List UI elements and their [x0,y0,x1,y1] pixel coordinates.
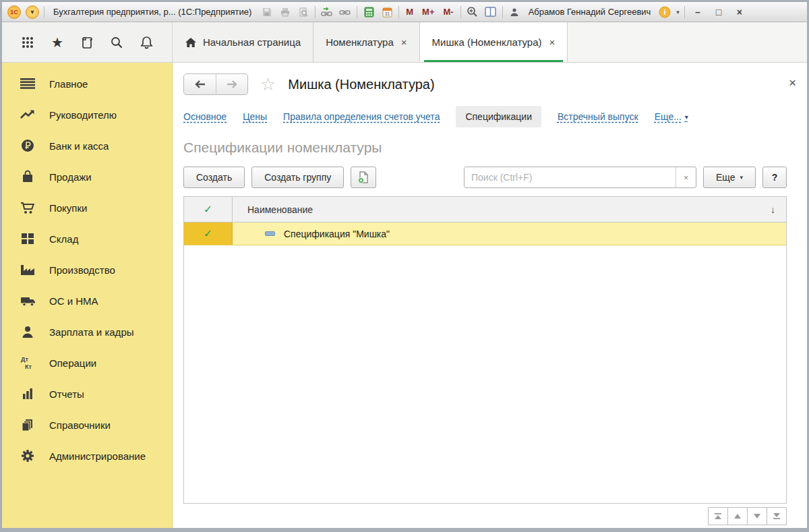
form-nav-links: Основное Цены Правила определения счетов… [173,98,807,134]
svg-text:Дт: Дт [21,356,28,363]
menu-icon [20,78,36,90]
split-window-icon[interactable] [484,5,498,19]
tab-close-icon[interactable]: × [549,36,556,48]
go-down-button[interactable] [747,507,767,525]
check-icon: ✓ [204,203,212,216]
forward-button[interactable] [216,74,247,94]
sidebar-item-purchases[interactable]: Покупки [2,192,172,223]
sidebar-item-directories[interactable]: Справочники [2,409,172,440]
notifications-bell-icon[interactable] [137,33,156,52]
main-menu-button[interactable]: ▼ [26,5,39,19]
go-last-button[interactable] [767,507,787,525]
go-link-icon[interactable] [338,5,352,19]
sort-descending-icon[interactable]: ↓ [771,204,775,215]
sidebar-item-manager[interactable]: Руководителю [2,99,172,130]
search-clear-icon[interactable]: × [676,167,696,187]
nav-link-more[interactable]: Еще... ▾ [655,111,688,122]
sidebar-item-label: Продажи [49,171,92,183]
nav-link-counter-output[interactable]: Встречный выпуск [558,111,638,122]
sidebar-item-production[interactable]: Производство [2,254,172,285]
zoom-icon[interactable] [466,5,479,19]
sidebar-item-label: ОС и НМА [49,295,98,307]
table-empty-area [184,245,786,503]
sidebar-item-sales[interactable]: Продажи [2,161,172,192]
chart-icon [20,388,36,400]
more-button-label: Еще [716,172,736,183]
search-input[interactable] [465,167,676,187]
favorites-star-icon[interactable]: ★ [48,33,67,52]
favorite-star-icon[interactable]: ☆ [260,76,276,93]
create-group-button[interactable]: Создать группу [251,167,344,188]
tab-home[interactable]: Начальная страница [173,22,313,62]
header-check-column[interactable]: ✓ [184,197,233,222]
nav-link-prices[interactable]: Цены [243,111,267,122]
tab-mishka-nomenclature[interactable]: Мишка (Номенклатура) × [420,22,568,62]
print-icon[interactable] [278,5,292,19]
nav-link-main[interactable]: Основное [183,111,227,122]
calendar-day: 31 [384,11,390,16]
function-panel: ★ [2,22,173,62]
current-user-name[interactable]: Абрамов Геннадий Сергеевич [529,7,651,17]
history-icon[interactable] [78,33,96,52]
close-window-button[interactable]: × [731,7,748,18]
divider [398,6,399,18]
calculator-icon[interactable] [362,5,376,19]
form-panel: × ☆ Мишка (Номенклатура) Основное Цены П… [173,63,807,528]
memory-subtract-button[interactable]: M- [442,7,456,17]
get-link-icon[interactable] [320,5,334,19]
back-button[interactable] [184,74,216,94]
sidebar-item-administration[interactable]: Администрирование [2,440,172,471]
preview-icon[interactable] [297,5,310,19]
help-button[interactable]: ? [762,167,787,188]
divider [44,6,44,18]
memory-add-button[interactable]: M+ [420,7,436,17]
sidebar-item-label: Покупки [49,202,87,214]
chevron-down-icon[interactable]: ▾ [676,9,680,16]
person-icon [20,326,36,338]
sidebar-item-fixed-assets[interactable]: ОС и НМА [2,285,172,316]
sidebar-item-salary-hr[interactable]: Зарплата и кадры [2,316,172,347]
tab-close-icon[interactable]: × [401,36,407,48]
list-toolbar: Создать Создать группу × Еще ▾ ? [173,165,807,196]
apps-grid-icon[interactable] [18,33,37,52]
sidebar-item-operations[interactable]: ДтКт Операции [2,347,172,378]
header-name-column[interactable]: Наименование ↓ [233,197,786,222]
sidebar-item-reports[interactable]: Отчеты [2,378,172,409]
divider [502,6,503,18]
search-icon[interactable] [107,33,126,52]
nav-link-account-rules[interactable]: Правила определения счетов учета [283,111,440,122]
minimize-button[interactable]: – [690,7,706,18]
info-icon[interactable]: i [658,5,671,19]
more-button[interactable]: Еще ▾ [703,167,756,188]
sidebar-item-label: Руководителю [49,109,117,121]
table-row[interactable]: ✓ Спецификация "Мишка" [184,223,786,245]
cart-icon [20,202,36,214]
chevron-down-icon: ▾ [685,113,688,121]
row-check-cell[interactable]: ✓ [184,223,233,245]
sidebar-item-label: Администрирование [49,450,146,462]
copy-item-button[interactable] [351,167,376,188]
create-button[interactable]: Создать [183,167,245,188]
sidebar-item-bank-cash[interactable]: Банк и касса [2,130,172,161]
sidebar-item-main[interactable]: Главное [2,68,172,99]
form-close-icon[interactable]: × [789,76,796,89]
row-name-cell[interactable]: Спецификация "Мишка" [233,223,786,245]
sidebar-item-label: Справочники [49,419,111,431]
save-icon[interactable] [260,5,274,19]
list-footer [173,504,807,528]
calendar-icon[interactable]: 31 [380,5,394,19]
go-first-button[interactable] [708,507,728,525]
maximize-button[interactable]: □ [711,7,727,18]
tab-nomenclature[interactable]: Номенклатура × [313,22,419,62]
history-nav-group [183,73,248,95]
sidebar-item-warehouse[interactable]: Склад [2,223,172,254]
nav-link-specifications-active[interactable]: Спецификации [456,106,541,127]
search-box: × [464,167,696,188]
sidebar-item-label: Склад [49,233,78,245]
trend-icon [20,109,36,120]
go-up-button[interactable] [727,507,748,525]
1c-logo-icon: 1С [7,5,21,19]
dtkt-icon: ДтКт [20,355,36,370]
svg-text:i: i [664,8,666,16]
memory-recall-button[interactable]: M [404,7,415,17]
